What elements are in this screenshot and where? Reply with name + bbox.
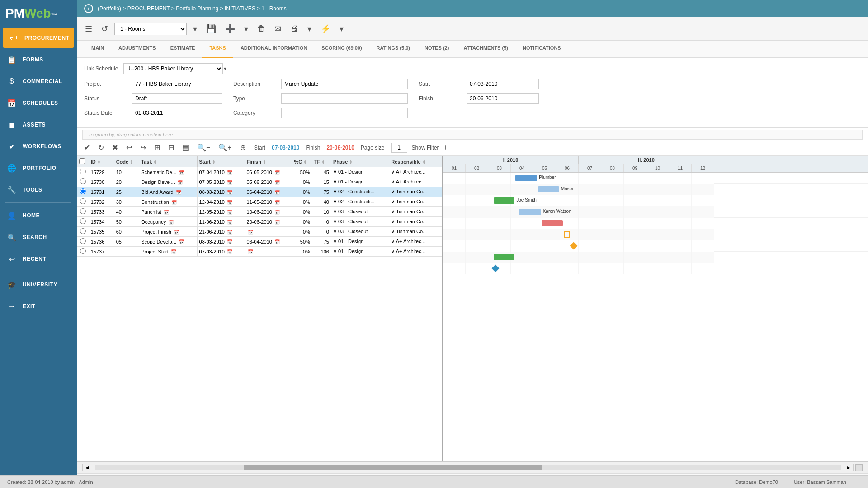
start-input[interactable] [467,79,539,89]
tab-notifications[interactable]: NOTIFICATIONS [515,41,568,58]
tab-scoring[interactable]: SCORING (69.00) [314,41,369,58]
tab-main[interactable]: MAIN [84,41,111,58]
sidebar-item-tools[interactable]: 🔧 TOOLS [0,179,77,201]
gantt-cell [533,263,556,274]
finish-input[interactable] [467,93,539,104]
sidebar-item-commercial[interactable]: $ COMMERCIAL [0,70,77,92]
tab-additional[interactable]: ADDITIONAL INFORMATION [233,41,314,58]
info-icon[interactable]: i [84,4,93,13]
portfolio-link[interactable]: (Portfolio) [98,5,121,12]
scroll-thumb[interactable] [244,465,542,470]
sidebar-item-search[interactable]: 🔍 SEARCH [0,226,77,248]
gantt-cell [443,229,466,240]
gantt-cell [669,173,692,184]
table-row[interactable]: 15732 30 Construction 📅 12-04-2010 📅 11-… [77,197,442,207]
table-row[interactable]: 15736 05 Scope Develo... 📅 08-03-2010 📅 … [77,237,442,247]
save-button[interactable]: 💾 [203,22,219,36]
finish-sort-icon: ⇕ [263,160,266,164]
col-header-id[interactable]: ID ⇕ [89,156,114,167]
table-row[interactable]: 15730 20 Design Devel... 📅 07-05-2010 📅 … [77,177,442,187]
month-02: 02 [466,164,488,172]
status-input[interactable] [132,93,222,104]
show-filter-checkbox[interactable] [445,145,451,150]
page-size-input[interactable] [391,143,407,153]
col-header-responsible[interactable]: Responsible ⇕ [389,156,442,167]
gantt-refresh-btn[interactable]: ↻ [96,142,106,153]
tab-attachments[interactable]: ATTACHMENTS (5) [456,41,515,58]
sidebar-item-assets[interactable]: ◼ ASSETS [0,114,77,136]
col-header-pct[interactable]: %C ⇕ [292,156,312,167]
link-schedule-select[interactable]: U-200 - HBS Baker Library [123,63,223,74]
col-header-phase[interactable]: Phase ⇕ [331,156,389,167]
gantt-redo-btn[interactable]: ↪ [138,142,148,153]
gantt-cancel-btn[interactable]: ✖ [110,142,120,153]
description-input[interactable] [281,79,408,89]
add-dropdown-button[interactable]: ▾ [241,22,251,36]
sidebar-item-workflows[interactable]: ✔ WORKFLOWS [0,136,77,157]
tab-adjustments[interactable]: ADJUSTMENTS [111,41,163,58]
breadcrumb-separator: > PROCUREMENT > Portfolio Planning > INI… [123,5,286,12]
scroll-left-btn[interactable]: ◀ [82,464,92,471]
email-button[interactable]: ✉ [272,22,284,36]
history-button[interactable]: ↺ [99,22,111,36]
gantt-start-label: Start [254,145,265,151]
gantt-cell [624,206,646,218]
id-sort-icon: ⇕ [97,160,101,164]
gantt-columns-btn[interactable]: ▤ [180,142,191,153]
select-all-checkbox[interactable] [79,158,85,164]
col-header-tf[interactable]: TF ⇕ [312,156,331,167]
table-row[interactable]: 15737 Project Start 📅 07-03-2010 📅 📅 0% … [77,247,442,257]
sidebar-item-university[interactable]: 🎓 UNIVERSITY [0,274,77,296]
print-dropdown-button[interactable]: ▾ [305,22,314,36]
col-header-finish[interactable]: Finish ⇕ [245,156,292,167]
delete-button[interactable]: 🗑 [255,22,268,35]
status-label: Status [84,95,125,102]
table-row[interactable]: 15734 50 Occupancy 📅 11-06-2010 📅 20-06-… [77,217,442,227]
gantt-zoom-in-btn[interactable]: 🔍+ [217,142,233,153]
gantt-undo-btn[interactable]: ↩ [124,142,134,153]
add-button[interactable]: ➕ [222,22,238,36]
menu-button[interactable]: ☰ [82,22,95,36]
tab-tasks[interactable]: TASKS [202,41,233,58]
table-row[interactable]: 15731 25 Bid And Award 📅 08-03-2010 📅 06… [77,187,442,197]
table-row[interactable]: 15729 10 Schematic De... 📅 07-04-2010 📅 … [77,167,442,177]
gantt-cell [533,229,556,240]
category-input[interactable] [281,108,408,118]
project-input[interactable] [132,79,222,89]
gantt-zoom-out-btn[interactable]: 🔍− [195,142,212,153]
col-header-task[interactable]: Task ⇕ [139,156,197,167]
sidebar-item-forms[interactable]: 📋 FORMS [0,49,77,70]
gantt-cell [488,184,511,195]
record-select[interactable]: 1 - Rooms [114,23,187,35]
sidebar-item-home[interactable]: 👤 HOME [0,205,77,226]
sidebar-item-procurement[interactable]: 🏷 PROCUREMENT [3,28,74,48]
scroll-track[interactable] [95,465,841,470]
gantt-chart-inner: I. 2010 II. 2010 01 02 03 04 05 06 07 08… [443,156,868,274]
col-header-code[interactable]: Code ⇕ [114,156,139,167]
gantt-cell [646,195,669,206]
link-schedule-dropdown-icon[interactable]: ▾ [224,66,226,72]
scroll-corner[interactable] [855,464,863,471]
table-row[interactable]: 15735 60 Project Finish 📅 21-06-2010 📅 📅… [77,227,442,237]
scroll-right-btn[interactable]: ▶ [844,464,854,471]
sidebar-item-schedules[interactable]: 📅 SCHEDULES [0,92,77,114]
print-button[interactable]: 🖨 [288,22,301,35]
sidebar-item-exit[interactable]: → EXIT [0,296,77,317]
tab-estimate[interactable]: ESTIMATE [163,41,203,58]
gantt-cell [556,252,579,263]
gantt-check-btn[interactable]: ✔ [82,142,92,153]
gantt-add-row-btn[interactable]: ⊞ [152,142,162,153]
tab-ratings[interactable]: RATINGS (5.0) [369,41,417,58]
table-row[interactable]: 15733 40 Punchlist 📅 12-05-2010 📅 10-06-… [77,207,442,217]
gantt-fit-btn[interactable]: ⊕ [238,142,248,153]
sidebar-item-recent[interactable]: ↩ RECENT [0,248,77,270]
dropdown-button[interactable]: ▾ [190,22,200,36]
gantt-remove-row-btn[interactable]: ⊟ [166,142,176,153]
tab-notes[interactable]: NOTES (2) [417,41,456,58]
col-header-start[interactable]: Start ⇕ [197,156,245,167]
type-input[interactable] [281,93,408,104]
status-date-input[interactable] [132,108,222,118]
lightning-dropdown-button[interactable]: ▾ [337,22,346,36]
sidebar-item-portfolio[interactable]: 🌐 PORTFOLIO [0,157,77,179]
lightning-button[interactable]: ⚡ [318,22,333,36]
